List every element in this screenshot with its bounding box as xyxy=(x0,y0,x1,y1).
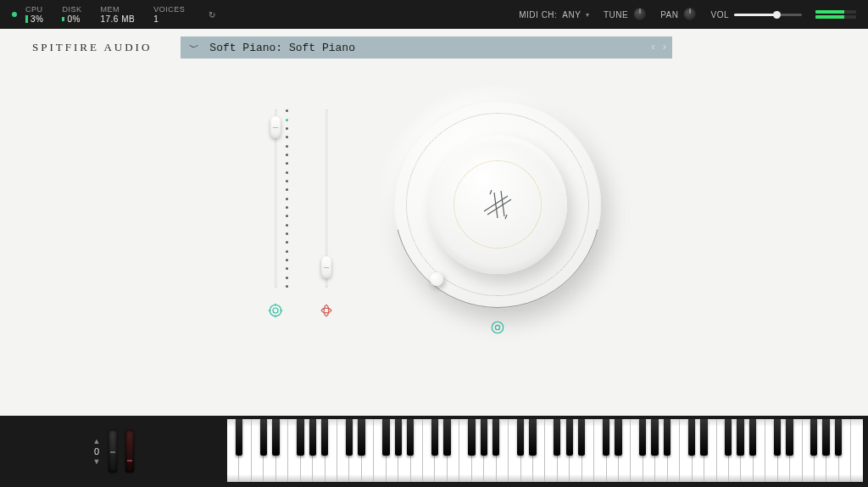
vol-label: VOL xyxy=(710,10,729,20)
header: SPITFIRE AUDIO ﹀ Soft Piano: Soft Piano … xyxy=(0,29,868,66)
svg-point-12 xyxy=(492,322,504,334)
pan-control[interactable]: PAN xyxy=(660,8,697,21)
expression-slider[interactable] xyxy=(267,109,284,288)
disk-value: 0% xyxy=(67,14,80,24)
chevron-down-icon: ﹀ xyxy=(189,41,199,55)
brand-logo: SPITFIRE AUDIO xyxy=(32,41,152,54)
dynamics-slider[interactable] xyxy=(318,109,335,288)
voices-label: VOICES xyxy=(153,5,185,14)
chevron-down-icon: ▾ xyxy=(586,11,590,19)
preset-next-icon[interactable]: › xyxy=(661,42,667,53)
octave-shift[interactable]: ▲ 0 ▼ xyxy=(93,437,101,466)
cpu-bar-icon xyxy=(25,15,28,23)
refresh-icon[interactable]: ↻ xyxy=(209,10,216,20)
tune-label: TUNE xyxy=(604,10,628,20)
midi-channel-select[interactable]: MIDI CH: ANY ▾ xyxy=(519,10,590,20)
pitch-wheel[interactable] xyxy=(108,430,117,473)
disk-stat: DISK 0% xyxy=(62,5,81,24)
svg-line-11 xyxy=(505,215,507,219)
disk-label: DISK xyxy=(62,5,81,14)
voices-stat: VOICES 1 xyxy=(153,5,185,24)
preset-selector[interactable]: ﹀ Soft Piano: Soft Piano ‹ › xyxy=(181,36,672,59)
midi-value: ANY xyxy=(562,10,581,20)
voices-value: 1 xyxy=(153,14,159,24)
virtual-keyboard[interactable] xyxy=(227,419,863,482)
svg-point-13 xyxy=(495,326,499,330)
volume-control[interactable]: VOL xyxy=(710,10,802,20)
svg-line-10 xyxy=(490,190,492,194)
dial-pointer xyxy=(430,272,443,286)
tune-knob-icon[interactable] xyxy=(633,8,647,21)
top-status-bar: CPU 3% DISK 0% MEM 17.6 MB VOICES 1 ↻ MI… xyxy=(0,0,868,29)
preset-prev-icon[interactable]: ‹ xyxy=(650,42,656,53)
pan-knob-icon[interactable] xyxy=(683,8,697,21)
main-panel xyxy=(0,66,868,416)
svg-point-0 xyxy=(270,305,281,317)
mem-stat: MEM 17.6 MB xyxy=(100,5,135,24)
cpu-label: CPU xyxy=(25,5,43,14)
expression-icon xyxy=(268,303,283,322)
keyboard-footer: ▲ 0 ▼ xyxy=(0,416,868,487)
volume-slider[interactable] xyxy=(734,14,802,16)
octave-up-icon[interactable]: ▲ xyxy=(93,437,101,445)
dynamics-icon xyxy=(319,303,334,322)
svg-line-8 xyxy=(494,193,498,218)
svg-point-1 xyxy=(273,308,278,313)
mem-label: MEM xyxy=(100,5,120,14)
cpu-stat: CPU 3% xyxy=(25,5,43,24)
octave-value: 0 xyxy=(94,447,99,456)
reverb-icon xyxy=(490,320,505,339)
mod-wheel[interactable] xyxy=(125,430,134,473)
preset-name: Soft Piano: Soft Piano xyxy=(209,42,355,54)
tune-control[interactable]: TUNE xyxy=(604,8,647,21)
spitfire-glyph-icon xyxy=(479,186,516,223)
octave-down-icon[interactable]: ▼ xyxy=(93,457,101,466)
disk-bar-icon xyxy=(62,17,64,21)
cpu-value: 3% xyxy=(31,14,43,24)
output-meter-icon xyxy=(815,10,856,19)
engine-status-dot xyxy=(12,12,17,17)
mem-value: 17.6 MB xyxy=(100,14,135,24)
reverb-dial[interactable] xyxy=(394,101,601,308)
pan-label: PAN xyxy=(660,10,678,20)
midi-label: MIDI CH: xyxy=(519,10,557,20)
